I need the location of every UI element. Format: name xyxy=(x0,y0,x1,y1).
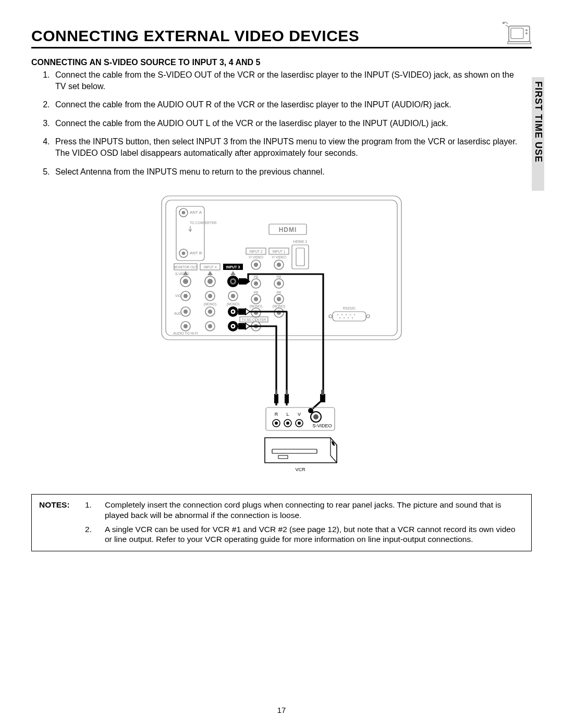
label-vcr-v: V xyxy=(298,412,301,417)
cable-plug-l xyxy=(285,390,289,403)
svg-text:TO CONVERTER: TO CONVERTER xyxy=(190,221,217,225)
label-pb-1: PB xyxy=(277,275,282,279)
svg-point-48 xyxy=(183,310,188,314)
svg-point-74 xyxy=(350,314,351,315)
subheading: CONNECTING AN S-VIDEO SOURCE TO INPUT 3,… xyxy=(31,58,518,67)
label-vcr-svideo: S-VIDEO xyxy=(312,423,332,428)
svg-point-36 xyxy=(208,294,212,298)
notes-label: NOTES: xyxy=(39,500,77,520)
svg-point-13 xyxy=(182,252,186,255)
step-3: Connect the cable from the AUDIO OUT L o… xyxy=(52,118,518,129)
svg-point-98 xyxy=(313,414,319,419)
svg-point-96 xyxy=(298,422,301,425)
svg-rect-15 xyxy=(292,245,309,269)
label-hdmi-logo: HDMI xyxy=(279,226,297,233)
svg-point-23 xyxy=(183,279,188,284)
svg-point-70 xyxy=(366,315,370,318)
svg-rect-88 xyxy=(320,394,325,402)
note-num-2: 2. xyxy=(85,524,96,545)
svg-rect-89 xyxy=(321,390,324,395)
svg-rect-87 xyxy=(286,390,288,395)
svg-rect-86 xyxy=(285,394,289,403)
label-yvideo-2: Y/ VIDEO xyxy=(249,255,263,259)
label-yvideo-1: Y/ VIDEO xyxy=(272,255,286,259)
tv-icon xyxy=(500,19,532,47)
svg-rect-84 xyxy=(274,394,278,403)
svg-rect-16 xyxy=(296,248,304,266)
svg-point-40 xyxy=(254,281,258,286)
label-input3: INPUT 3 xyxy=(226,265,240,269)
side-tab: FIRST TIME USE xyxy=(532,77,544,191)
label-tvcenter: TV AS CENTER xyxy=(242,318,266,322)
svg-point-25 xyxy=(207,279,213,284)
svg-point-79 xyxy=(352,317,353,318)
label-monitor-out: MONITOR OUT xyxy=(174,265,198,269)
svg-point-44 xyxy=(254,297,258,301)
cable-plug-r xyxy=(274,390,278,403)
svg-point-73 xyxy=(346,314,347,315)
svg-point-69 xyxy=(329,315,332,318)
note-2: A single VCR can be used for VCR #1 and … xyxy=(105,524,524,545)
svg-point-34 xyxy=(183,294,188,298)
svg-rect-82 xyxy=(238,309,246,315)
svg-point-75 xyxy=(354,314,355,315)
step-2: Connect the cable from the AUDIO OUT R o… xyxy=(52,99,518,110)
svg-point-94 xyxy=(286,422,289,425)
label-pb-2: PB xyxy=(254,275,259,279)
svg-point-32 xyxy=(277,263,281,267)
svg-point-46 xyxy=(277,297,281,301)
svg-rect-83 xyxy=(238,323,246,329)
svg-point-4 xyxy=(525,32,528,34)
label-input2: INPUT 2 xyxy=(250,250,263,253)
steps-list: Connect the cable from the S-VIDEO OUT o… xyxy=(31,69,518,177)
svg-point-28 xyxy=(231,280,235,283)
label-pr-2: PR xyxy=(253,291,258,294)
label-ant-b: ANT B xyxy=(190,251,202,255)
label-vcr-l: L xyxy=(286,412,289,417)
note-1: Completely insert the connection cord pl… xyxy=(105,500,524,520)
svg-point-53 xyxy=(232,311,234,313)
svg-point-72 xyxy=(341,314,342,315)
connection-diagram: ANT A TO CONVERTER ANT B HDMI HDMI 1 MON… xyxy=(156,192,407,484)
svg-rect-85 xyxy=(275,390,277,395)
svg-rect-1 xyxy=(511,28,523,39)
svg-point-10 xyxy=(182,211,186,215)
label-ant-a: ANT A xyxy=(190,210,202,215)
label-mono-4: (MONO) xyxy=(204,302,217,306)
svg-point-60 xyxy=(183,324,188,328)
content: CONNECTING AN S-VIDEO SOURCE TO INPUT 3,… xyxy=(31,58,532,177)
page-number: 17 xyxy=(0,706,563,714)
svg-point-78 xyxy=(348,317,349,318)
step-4: Press the INPUTS button, then select INP… xyxy=(52,136,518,158)
notes-box: NOTES: 1. Completely insert the connecti… xyxy=(31,494,532,551)
label-rs232c: RS232C xyxy=(343,306,356,310)
svg-point-42 xyxy=(277,281,281,286)
label-hdmi1: HDMI 1 xyxy=(293,239,308,244)
svg-point-50 xyxy=(208,310,212,314)
label-vcr-caption: VCR xyxy=(295,467,305,472)
step-5: Select Antenna from the INPUTS menu to r… xyxy=(52,166,518,178)
svg-point-65 xyxy=(232,325,234,327)
note-num-1: 1. xyxy=(85,500,96,520)
label-mono-3: (MONO) xyxy=(227,302,240,306)
svg-point-38 xyxy=(231,294,235,298)
svg-rect-80 xyxy=(239,278,246,285)
svg-point-3 xyxy=(525,29,528,31)
svg-point-62 xyxy=(208,324,212,328)
svg-point-71 xyxy=(337,314,338,315)
svg-point-77 xyxy=(344,317,345,318)
svg-point-76 xyxy=(339,317,340,318)
label-pr-1: PR xyxy=(276,291,281,294)
svg-rect-68 xyxy=(333,312,366,321)
notes-label-spacer xyxy=(39,524,77,545)
svg-point-30 xyxy=(254,263,258,267)
label-to-converter: TO CONVERTER xyxy=(190,221,217,225)
svg-point-5 xyxy=(503,22,505,24)
svg-rect-2 xyxy=(508,42,531,44)
step-1: Connect the cable from the S-VIDEO OUT o… xyxy=(52,69,518,92)
label-input1: INPUT 1 xyxy=(273,250,286,253)
label-vcr-r: R xyxy=(275,412,278,417)
title-underline xyxy=(31,47,532,48)
label-tohifi: AUDIO TO HI-FI xyxy=(173,331,198,335)
cable-plug-sv xyxy=(320,390,325,402)
